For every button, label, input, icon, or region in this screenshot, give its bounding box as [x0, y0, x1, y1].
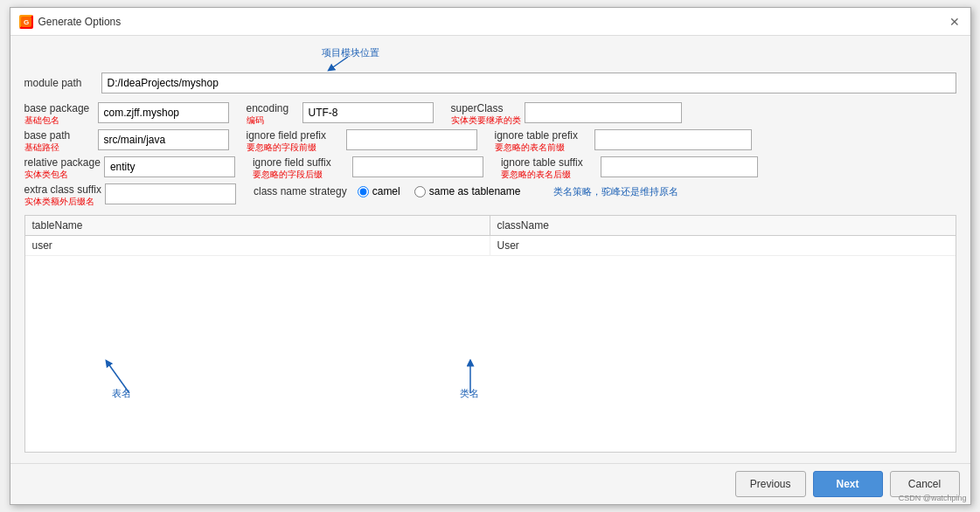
module-path-annotation-area: 项目模块位置: [24, 46, 956, 71]
base-path-col: base path 基础路径: [24, 129, 229, 154]
generate-options-dialog: G Generate Options ✕ 项目模块位置 module pa: [10, 7, 971, 505]
superclass-label: superClass: [451, 102, 521, 114]
ignore-field-prefix-input[interactable]: [346, 129, 477, 150]
form-row-1: base package 基础包名 encoding 编码 su: [24, 102, 956, 127]
svg-text:G: G: [23, 18, 28, 26]
relative-package-label: relative package: [24, 156, 101, 169]
next-button[interactable]: Next: [813, 471, 883, 497]
same-as-tablename-label: same as tablename: [429, 185, 521, 197]
relative-package-input[interactable]: [104, 156, 235, 177]
base-package-col: base package 基础包名: [24, 102, 229, 127]
table-body: user User: [25, 236, 956, 452]
camel-option[interactable]: camel: [358, 185, 400, 197]
class-name-header: className: [490, 216, 956, 235]
entity-table: tableName className user User: [24, 215, 956, 453]
module-path-input[interactable]: [101, 73, 956, 93]
table-wrapper: tableName className user User: [24, 211, 956, 453]
same-as-tablename-radio[interactable]: [414, 186, 426, 197]
extra-class-suffix-input[interactable]: [105, 183, 236, 204]
ignore-field-suffix-input[interactable]: [352, 156, 483, 177]
class-name-strategy-annotation: 类名策略，驼峰还是维持原名: [553, 185, 678, 198]
relative-package-sublabel: 实体类包名: [24, 169, 101, 181]
title-bar-left: G Generate Options: [19, 15, 122, 29]
ignore-field-prefix-sublabel: 要忽略的字段前缀: [247, 142, 343, 154]
dialog-title: Generate Options: [38, 16, 122, 28]
ignore-table-suffix-label: ignore table suffix: [501, 156, 597, 169]
ignore-table-suffix-sublabel: 要忽略的表名后缀: [501, 169, 597, 181]
close-button[interactable]: ✕: [948, 15, 962, 29]
app-icon: G: [19, 15, 33, 29]
base-package-sublabel: 基础包名: [24, 114, 94, 127]
ignore-field-prefix-label: ignore field prefix: [247, 129, 343, 142]
base-package-label: base package: [24, 102, 94, 114]
encoding-label: encoding: [247, 102, 299, 114]
base-path-label: base path: [24, 129, 94, 142]
ignore-table-prefix-input[interactable]: [594, 129, 752, 150]
camel-radio[interactable]: [358, 186, 369, 197]
superclass-sublabel: 实体类要继承的类: [451, 114, 521, 127]
encoding-col: encoding 编码: [247, 102, 434, 127]
base-path-input[interactable]: [98, 129, 229, 150]
bottom-bar: Previous Next Cancel: [10, 463, 970, 504]
ignore-table-prefix-sublabel: 要忽略的表名前缀: [495, 142, 591, 154]
dialog-content: 项目模块位置 module path: [10, 36, 970, 463]
base-path-sublabel: 基础路径: [24, 142, 94, 154]
form-row-4: extra class suffix 实体类额外后缀名 class name s…: [24, 183, 956, 208]
strategy-annotation-wrap: 类名策略，驼峰还是维持原名: [553, 183, 678, 198]
encoding-input[interactable]: [302, 102, 434, 123]
ignore-table-suffix-col: ignore table suffix 要忽略的表名后缀: [501, 156, 758, 181]
form-row-2: base path 基础路径 ignore field prefix 要忽略的字…: [24, 129, 956, 154]
same-as-tablename-option[interactable]: same as tablename: [414, 185, 521, 197]
ignore-table-suffix-input[interactable]: [601, 156, 758, 177]
form-rows: base package 基础包名 encoding 编码 su: [24, 102, 956, 208]
ignore-field-suffix-sublabel: 要忽略的字段后缀: [253, 169, 349, 181]
table-header: tableName className: [25, 216, 956, 236]
superclass-input[interactable]: [525, 102, 682, 123]
extra-class-suffix-sublabel: 实体类额外后缀名: [24, 196, 101, 208]
module-path-label: module path: [24, 77, 94, 89]
ignore-field-suffix-label: ignore field suffix: [253, 156, 349, 169]
ignore-table-prefix-label: ignore table prefix: [495, 129, 591, 142]
watermark: CSDN @watchping: [899, 494, 967, 502]
base-package-input[interactable]: [98, 102, 229, 123]
table-row[interactable]: user User: [25, 236, 956, 256]
extra-class-suffix-label: extra class suffix: [24, 183, 101, 196]
ignore-field-prefix-col: ignore field prefix 要忽略的字段前缀: [247, 129, 477, 154]
table-name-header: tableName: [25, 216, 490, 235]
class-name-strategy-col: class name strategy camel same as tablen…: [254, 183, 520, 197]
ignore-field-suffix-col: ignore field suffix 要忽略的字段后缀: [253, 156, 483, 181]
class-name-cell: User: [490, 236, 956, 255]
relative-package-col: relative package 实体类包名: [24, 156, 235, 181]
camel-label: camel: [372, 185, 400, 197]
module-path-annotation: 项目模块位置: [322, 46, 379, 59]
table-name-cell: user: [25, 236, 490, 255]
title-bar: G Generate Options ✕: [10, 8, 970, 36]
extra-class-suffix-col: extra class suffix 实体类额外后缀名: [24, 183, 236, 208]
encoding-sublabel: 编码: [247, 114, 299, 127]
superclass-col: superClass 实体类要继承的类: [451, 102, 682, 127]
ignore-table-prefix-col: ignore table prefix 要忽略的表名前缀: [495, 129, 752, 154]
form-row-3: relative package 实体类包名 ignore field suff…: [24, 156, 956, 181]
previous-button[interactable]: Previous: [735, 471, 806, 497]
class-name-strategy-label: class name strategy: [254, 185, 347, 197]
module-path-row: module path: [24, 73, 956, 93]
